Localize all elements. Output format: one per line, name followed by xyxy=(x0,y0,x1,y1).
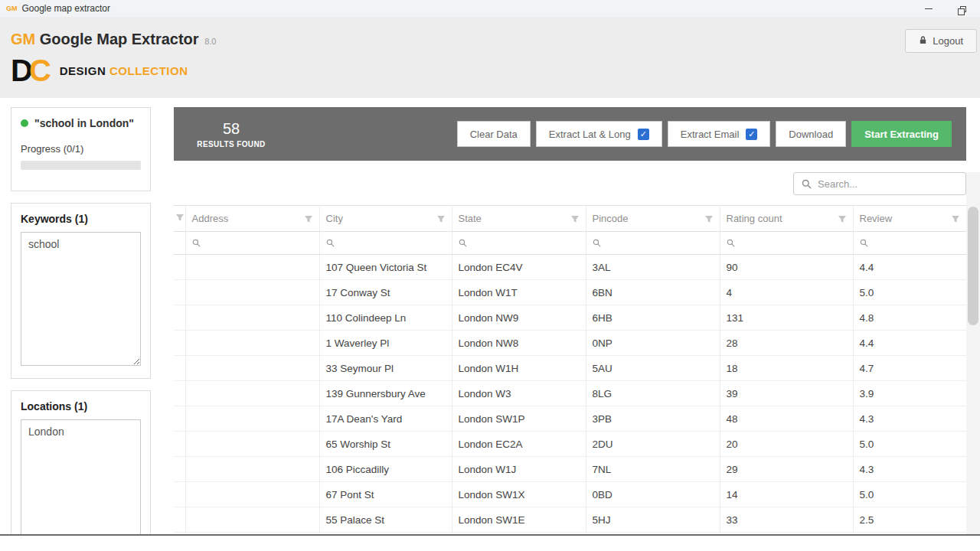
start-extracting-button[interactable]: Start Extracting xyxy=(851,121,952,147)
column-filter-input[interactable] xyxy=(606,238,714,249)
clear-data-button[interactable]: Clear Data xyxy=(457,121,531,147)
locations-card: Locations (1) London xyxy=(11,390,151,534)
cell-state: London W1T xyxy=(452,280,586,305)
column-label: Review xyxy=(860,213,893,224)
cell-city: 33 Seymour Pl xyxy=(319,356,452,381)
cell-address xyxy=(185,255,319,280)
extract-email-button[interactable]: Extract Email ✓ xyxy=(668,121,771,147)
filter-funnel-icon[interactable] xyxy=(951,214,960,223)
status-dot-icon xyxy=(21,119,28,127)
vertical-scrollbar[interactable] xyxy=(966,172,980,534)
table-row[interactable]: 33 Seymour Pl London W1H 5AU 18 4.7 xyxy=(174,356,966,381)
column-header-city[interactable]: City xyxy=(319,206,452,232)
table-row[interactable]: 17 Conway St London W1T 6BN 4 5.0 xyxy=(174,280,966,305)
app-version: 8.0 xyxy=(204,37,216,46)
table-row[interactable]: 107 Queen Victoria St London EC4V 3AL 90… xyxy=(174,255,966,280)
column-filter-input[interactable] xyxy=(205,238,313,249)
cell-state: London W3 xyxy=(452,381,586,406)
table-row[interactable]: 17A Dean's Yard London SW1P 3PB 48 4.3 xyxy=(174,406,966,432)
filter-funnel-icon[interactable] xyxy=(704,214,714,223)
cell-city: 110 Colindeep Ln xyxy=(319,305,452,331)
column-header-rating-count[interactable]: Rating count xyxy=(720,206,853,232)
filter-row xyxy=(174,232,966,255)
filter-funnel-icon[interactable] xyxy=(838,214,847,223)
keywords-input[interactable]: school xyxy=(21,232,141,366)
cell-pincode: 5AU xyxy=(586,356,720,381)
filter-search-icon xyxy=(860,239,868,247)
cell-review: 4.3 xyxy=(853,406,966,432)
cell-address xyxy=(185,457,319,482)
filter-cell-pincode[interactable] xyxy=(586,232,720,255)
extract-email-checkbox[interactable]: ✓ xyxy=(746,129,757,140)
cell-review: 4.8 xyxy=(853,305,966,331)
cell-city: 17A Dean's Yard xyxy=(319,406,452,432)
table-row[interactable]: 139 Gunnersbury Ave London W3 8LG 39 3.9 xyxy=(174,381,966,406)
cell-state: London NW9 xyxy=(452,305,586,331)
cell-pincode: 3AL xyxy=(586,255,720,280)
column-filter-input[interactable] xyxy=(873,238,960,249)
filter-cell-review[interactable] xyxy=(853,232,966,255)
cell-partial xyxy=(174,356,185,381)
column-header-state[interactable]: State xyxy=(452,206,586,232)
search-box[interactable] xyxy=(793,172,966,195)
table-row[interactable]: 106 Piccadilly London W1J 7NL 29 4.3 xyxy=(174,457,966,482)
search-input[interactable] xyxy=(818,178,958,190)
table-row[interactable]: 110 Colindeep Ln London NW9 6HB 131 4.8 xyxy=(174,305,966,331)
sidebar: "school in London" Progress (0/1) Keywor… xyxy=(11,107,151,534)
scrollbar-thumb[interactable] xyxy=(968,207,978,325)
dc-logo-d: D xyxy=(11,54,29,87)
app-window: GM Google map extractor GM Google Map Ex… xyxy=(0,0,980,534)
filter-funnel-icon[interactable] xyxy=(304,214,313,223)
filter-cell-address[interactable] xyxy=(185,232,319,255)
cell-rating-count: 48 xyxy=(720,406,853,432)
column-filter-input[interactable] xyxy=(740,238,847,249)
cell-address xyxy=(185,507,319,533)
cell-partial xyxy=(174,280,185,305)
filter-funnel-icon[interactable] xyxy=(175,213,185,222)
table-row[interactable]: 67 Pont St London SW1X 0BD 14 5.0 xyxy=(174,482,966,507)
table-row[interactable]: 1 Waverley Pl London NW8 0NP 28 4.4 xyxy=(174,331,966,356)
column-filter-input[interactable] xyxy=(472,238,580,249)
download-label: Download xyxy=(789,129,833,140)
column-header-review[interactable]: Review xyxy=(853,206,966,232)
download-button[interactable]: Download xyxy=(776,121,846,147)
filter-cell-city[interactable] xyxy=(319,232,452,255)
brand-word-design: DESIGN xyxy=(60,64,106,77)
cell-city: 107 Queen Victoria St xyxy=(319,255,452,280)
table-row[interactable]: 55 Palace St London SW1E 5HJ 33 2.5 xyxy=(174,507,966,533)
filter-cell-state[interactable] xyxy=(452,232,586,255)
extract-email-label: Extract Email xyxy=(681,129,740,140)
app-title-gm: GM xyxy=(11,31,35,47)
restore-button[interactable] xyxy=(946,0,980,17)
table-row[interactable]: 65 Worship St London EC2A 2DU 20 5.0 xyxy=(174,432,966,457)
filter-cell-rating-count[interactable] xyxy=(720,232,853,255)
clear-data-label: Clear Data xyxy=(470,129,518,140)
column-header-partial[interactable] xyxy=(174,206,185,232)
cell-rating-count: 20 xyxy=(720,432,853,457)
app-title-text: Google Map Extractor xyxy=(40,31,199,47)
extract-latlong-button[interactable]: Extract Lat & Long ✓ xyxy=(536,121,662,147)
status-line: "school in London" xyxy=(21,117,141,129)
filter-search-icon xyxy=(326,239,335,247)
cell-state: London EC2A xyxy=(452,432,586,457)
cell-address xyxy=(185,280,319,305)
filter-funnel-icon[interactable] xyxy=(570,214,580,223)
column-header-pincode[interactable]: Pincode xyxy=(586,206,720,232)
cell-review: 5.0 xyxy=(853,432,966,457)
window-controls xyxy=(911,0,980,17)
cell-partial xyxy=(174,255,185,280)
app-icon: GM xyxy=(6,5,18,12)
cell-city: 139 Gunnersbury Ave xyxy=(319,381,452,406)
column-header-address[interactable]: Address xyxy=(185,206,319,232)
cell-pincode: 2DU xyxy=(586,432,720,457)
cell-pincode: 6BN xyxy=(586,280,720,305)
column-filter-input[interactable] xyxy=(339,238,446,249)
extract-latlong-checkbox[interactable]: ✓ xyxy=(638,129,649,140)
results-label: RESULTS FOUND xyxy=(174,140,289,148)
minimize-button[interactable] xyxy=(911,0,946,17)
locations-input[interactable]: London xyxy=(21,419,141,534)
logout-button[interactable]: Logout xyxy=(905,29,977,53)
cell-review: 4.4 xyxy=(853,331,966,356)
brand-text: DESIGN COLLECTION xyxy=(60,64,188,77)
filter-funnel-icon[interactable] xyxy=(436,214,446,223)
